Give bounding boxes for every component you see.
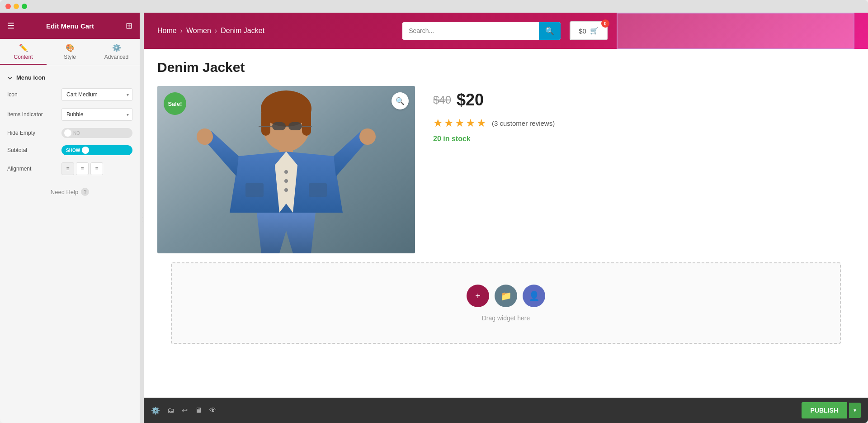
svg-rect-19 <box>309 183 327 197</box>
align-right-button[interactable]: ≡ <box>90 162 103 175</box>
items-indicator-select-wrap: None Bubble Badge ▾ <box>61 108 132 121</box>
breadcrumb-sep-2: › <box>215 27 217 35</box>
bottom-toolbar: ⚙️ 🗂 ↩ 🖥 👁 PUBLISH ▾ <box>144 398 868 423</box>
advanced-tab-icon: ⚙️ <box>112 43 121 52</box>
cart-price: $0 <box>579 27 586 35</box>
panel-content: Menu Icon Icon Cart Small Cart Medium Ca… <box>0 65 140 423</box>
svg-rect-7 <box>288 122 302 130</box>
close-button[interactable] <box>5 4 11 9</box>
hamburger-icon[interactable]: ☰ <box>7 21 14 31</box>
svg-rect-18 <box>245 183 264 197</box>
cart-highlight-area <box>617 13 854 49</box>
add-widget-button[interactable]: + <box>467 285 489 307</box>
toggle-circle-show <box>82 147 89 154</box>
product-info: $40 $20 ★★★★★ (3 customer reviews) 20 in… <box>433 86 854 253</box>
section-menu-icon[interactable]: Menu Icon <box>0 71 140 85</box>
tab-bar: ✏️ Content 🎨 Style ⚙️ Advanced <box>0 39 140 65</box>
search-icon: 🔍 <box>545 27 554 35</box>
items-indicator-label: Items Indicator <box>7 111 61 118</box>
breadcrumb-sep-1: › <box>180 27 183 35</box>
items-indicator-field-row: Items Indicator None Bubble Badge ▾ <box>0 105 140 124</box>
svg-point-13 <box>197 128 213 145</box>
star-rating: ★★★★★ <box>433 117 487 129</box>
svg-rect-6 <box>272 122 286 130</box>
user-icon: 👤 <box>528 290 540 301</box>
icon-label: Icon <box>7 91 61 98</box>
settings-icon[interactable]: ⚙️ <box>151 406 160 415</box>
align-center-button[interactable]: ≡ <box>76 162 89 175</box>
preview-area: Home › Women › Denim Jacket 🔍 $0 🛒 0 <box>144 13 868 423</box>
layers-icon[interactable]: 🗂 <box>167 406 175 414</box>
reviews-count[interactable]: (3 customer reviews) <box>492 119 555 127</box>
nav-bar: Home › Women › Denim Jacket 🔍 $0 🛒 0 <box>144 13 868 49</box>
history-icon[interactable]: ↩ <box>182 406 188 415</box>
minimize-button[interactable] <box>14 4 19 9</box>
product-image-wrap: Sale! 🔍 <box>157 86 415 253</box>
icon-field-row: Icon Cart Small Cart Medium Cart Large ▾ <box>0 85 140 105</box>
responsive-icon[interactable]: 🖥 <box>195 406 202 414</box>
cart-icon: 🛒 <box>590 27 599 35</box>
stock-status: 20 in stock <box>433 135 854 143</box>
publish-button[interactable]: PUBLISH <box>802 402 847 418</box>
svg-point-14 <box>359 128 376 145</box>
grid-icon[interactable]: ⊞ <box>126 21 132 31</box>
folder-icon: 📁 <box>500 290 512 301</box>
svg-point-17 <box>284 188 288 192</box>
alignment-control: ≡ ≡ ≡ <box>61 162 132 175</box>
price-row: $40 $20 <box>433 90 854 109</box>
maximize-button[interactable] <box>22 4 27 9</box>
chevron-down-icon <box>7 75 13 81</box>
svg-point-15 <box>284 170 288 174</box>
cart-button[interactable]: $0 🛒 0 <box>570 21 608 40</box>
page-content: Denim Jacket Sale! 🔍 <box>144 49 868 398</box>
sale-badge: Sale! <box>164 92 186 115</box>
style-tab-icon: 🎨 <box>66 43 75 52</box>
subtotal-field-row: Subtotal SHOW <box>0 142 140 159</box>
icon-select[interactable]: Cart Small Cart Medium Cart Large <box>61 88 132 101</box>
panel-header: ☰ Edit Menu Cart ⊞ <box>0 13 140 39</box>
svg-rect-5 <box>302 109 311 136</box>
product-image <box>157 86 415 253</box>
breadcrumb-category[interactable]: Women <box>186 27 211 35</box>
resize-handle[interactable]: · · · <box>140 13 144 423</box>
cart-badge: 0 <box>601 19 609 28</box>
title-bar <box>0 0 868 13</box>
svg-rect-4 <box>261 109 270 136</box>
left-panel: ☰ Edit Menu Cart ⊞ ✏️ Content 🎨 Style ⚙️… <box>0 13 140 423</box>
hide-empty-control: NO <box>61 128 132 138</box>
publish-arrow-button[interactable]: ▾ <box>849 403 861 418</box>
search-input[interactable] <box>402 23 539 39</box>
subtotal-toggle[interactable]: SHOW <box>61 145 132 155</box>
plus-icon: + <box>475 291 481 301</box>
drop-zone: + 📁 👤 Drag widget here <box>171 262 841 344</box>
drop-actions: + 📁 👤 <box>467 285 545 307</box>
svg-point-16 <box>284 179 288 183</box>
user-button[interactable]: 👤 <box>523 285 545 307</box>
breadcrumb: Home › Women › Denim Jacket <box>157 27 393 35</box>
breadcrumb-home[interactable]: Home <box>157 27 177 35</box>
search-button[interactable]: 🔍 <box>539 22 561 40</box>
hide-empty-field-row: Hide Empty NO <box>0 124 140 142</box>
folder-button[interactable]: 📁 <box>495 285 517 307</box>
toggle-circle <box>64 129 71 137</box>
zoom-button[interactable]: 🔍 <box>392 92 409 109</box>
tab-content[interactable]: ✏️ Content <box>0 39 47 65</box>
drop-zone-label: Drag widget here <box>482 314 530 322</box>
help-icon[interactable]: ? <box>81 188 89 196</box>
breadcrumb-product: Denim Jacket <box>221 27 264 35</box>
tab-advanced[interactable]: ⚙️ Advanced <box>93 39 140 65</box>
alignment-group: ≡ ≡ ≡ <box>61 162 132 175</box>
subtotal-control: SHOW <box>61 145 132 155</box>
items-indicator-select[interactable]: None Bubble Badge <box>61 108 132 121</box>
stars-row: ★★★★★ (3 customer reviews) <box>433 117 854 129</box>
hide-empty-toggle[interactable]: NO <box>61 128 132 138</box>
toolbar-left: ⚙️ 🗂 ↩ 🖥 👁 <box>151 406 217 415</box>
preview-icon[interactable]: 👁 <box>209 406 217 414</box>
toolbar-right: PUBLISH ▾ <box>802 402 861 418</box>
hide-empty-label: Hide Empty <box>7 130 61 136</box>
toggle-show-label: SHOW <box>66 148 80 153</box>
subtotal-label: Subtotal <box>7 147 61 153</box>
tab-style[interactable]: 🎨 Style <box>47 39 93 65</box>
align-left-button[interactable]: ≡ <box>61 162 74 175</box>
search-bar: 🔍 <box>402 22 561 40</box>
